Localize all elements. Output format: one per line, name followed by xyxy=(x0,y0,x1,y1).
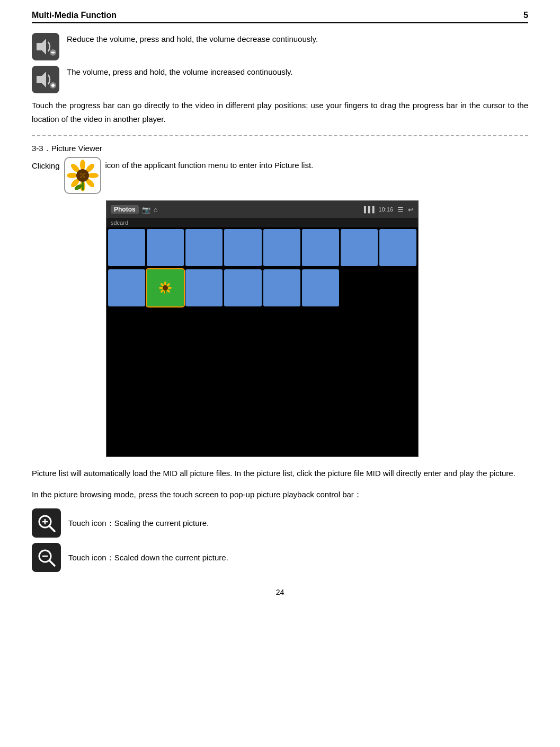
volume-decrease-row: Reduce the volume, press and hold, the v… xyxy=(32,33,528,60)
photo-thumb-7 xyxy=(341,229,378,266)
bar-icon-menu: ☰ xyxy=(397,206,404,214)
zoom-out-icon-box xyxy=(32,543,61,572)
page-header: Multi-Media Function 5 xyxy=(32,11,528,23)
svg-rect-2 xyxy=(51,52,55,54)
photo-grid-row2 xyxy=(106,268,418,308)
bar-icon-back: ↩ xyxy=(408,206,414,214)
svg-point-16 xyxy=(80,173,82,175)
photo-grid-row1 xyxy=(106,227,418,268)
photo-thumb-6 xyxy=(302,229,339,266)
photo-thumb-16 xyxy=(379,269,416,306)
svg-point-25 xyxy=(167,287,172,289)
svg-point-31 xyxy=(163,285,168,291)
clicking-text: icon of the applicant function menu to e… xyxy=(105,157,314,171)
bar-icon-camera: 📷 xyxy=(142,206,150,214)
svg-marker-0 xyxy=(37,39,46,55)
svg-point-19 xyxy=(83,176,85,178)
browse-para: In the picture browsing mode, press the … xyxy=(32,488,528,502)
photos-label: Photos xyxy=(111,205,139,214)
bar-time: 10:16 xyxy=(378,206,393,213)
bar-icon-signal: ▐▐▐ xyxy=(362,206,374,213)
svg-point-13 xyxy=(67,173,77,178)
bar-icon-home: ⌂ xyxy=(154,206,158,214)
photo-thumb-4 xyxy=(224,229,261,266)
clicking-label: Clicking xyxy=(32,157,60,171)
volume-down-icon xyxy=(34,37,57,57)
svg-point-23 xyxy=(164,282,166,286)
zoom-in-icon-box xyxy=(32,508,61,538)
svg-point-17 xyxy=(83,173,85,175)
zoom-out-icon xyxy=(37,548,57,568)
photo-thumb-sunflower xyxy=(147,269,184,306)
svg-point-29 xyxy=(159,287,163,289)
volume-increase-row: The volume, press and hold, the volume i… xyxy=(32,66,528,93)
photo-thumb-5 xyxy=(263,229,300,266)
svg-point-18 xyxy=(80,176,82,178)
zoom-out-text: Touch icon：Scaled down the current pictu… xyxy=(68,551,228,564)
photo-thumb-9 xyxy=(108,269,145,306)
picture-list-para: Picture list will automatically load the… xyxy=(32,467,528,480)
volume-increase-icon-box xyxy=(32,66,59,93)
header-title: Multi-Media Function xyxy=(32,11,117,20)
volume-increase-text: The volume, press and hold, the volume i… xyxy=(67,66,293,78)
photo-thumb-13 xyxy=(263,269,300,306)
photo-thumb-14 xyxy=(302,269,339,306)
svg-point-7 xyxy=(80,160,85,170)
photo-thumb-11 xyxy=(185,269,223,306)
photo-app-bar-left: Photos 📷 ⌂ xyxy=(111,205,158,214)
photo-thumb-12 xyxy=(224,269,261,306)
photo-app-bar-right: ▐▐▐ 10:16 ☰ ↩ xyxy=(362,206,414,214)
zoom-in-icon xyxy=(37,513,57,533)
volume-decrease-text: Reduce the volume, press and hold, the v… xyxy=(67,33,318,45)
photo-thumb-8 xyxy=(379,229,416,266)
svg-point-20 xyxy=(82,174,84,177)
svg-rect-32 xyxy=(165,291,166,294)
photo-thumb-15 xyxy=(341,269,378,306)
photo-app-bottom xyxy=(106,308,418,456)
page-number: 24 xyxy=(32,588,528,596)
photo-app-window: Photos 📷 ⌂ ▐▐▐ 10:16 ☰ ↩ sdcard xyxy=(106,200,419,457)
header-page-number: 5 xyxy=(523,11,528,20)
sdcard-label: sdcard xyxy=(106,218,418,227)
photo-thumb-2 xyxy=(147,229,184,266)
photo-thumb-3 xyxy=(185,229,223,266)
sunflower-icon xyxy=(67,160,99,191)
section-heading-picture-viewer: 3-3．Picture Viewer xyxy=(32,144,528,154)
clicking-row: Clicking xyxy=(32,157,528,194)
zoom-in-row: Touch icon：Scaling the current picture. xyxy=(32,508,528,538)
thumb-sunflower-icon xyxy=(157,280,173,296)
svg-line-34 xyxy=(49,526,55,531)
photo-app-bar: Photos 📷 ⌂ ▐▐▐ 10:16 ☰ ↩ xyxy=(106,201,418,218)
photo-thumb-1 xyxy=(108,229,145,266)
zoom-in-text: Touch icon：Scaling the current picture. xyxy=(68,517,209,529)
volume-up-icon xyxy=(34,69,57,90)
sunflower-icon-box xyxy=(64,157,101,194)
svg-rect-6 xyxy=(52,84,54,87)
volume-decrease-icon-box xyxy=(32,33,59,60)
svg-marker-3 xyxy=(37,72,46,87)
dashed-separator xyxy=(32,135,528,136)
svg-point-9 xyxy=(88,173,99,178)
svg-line-38 xyxy=(49,560,55,566)
photo-app-screenshot: Photos 📷 ⌂ ▐▐▐ 10:16 ☰ ↩ sdcard xyxy=(106,200,419,457)
zoom-out-row: Touch icon：Scaled down the current pictu… xyxy=(32,543,528,572)
touch-progress-para: Touch the progress bar can go directly t… xyxy=(32,99,528,126)
